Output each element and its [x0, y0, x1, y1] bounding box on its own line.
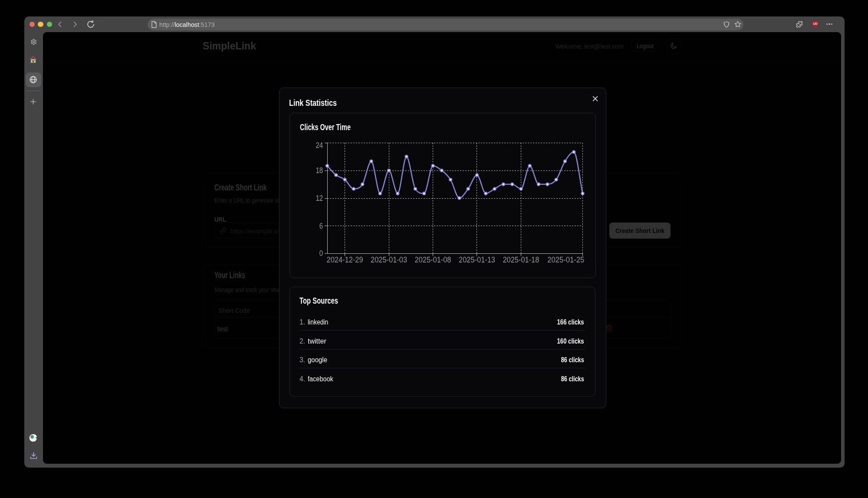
svg-text:2024-12-29: 2024-12-29	[327, 256, 363, 264]
svg-text:18: 18	[316, 166, 323, 175]
svg-text:2025-01-25: 2025-01-25	[547, 256, 584, 264]
svg-text:12: 12	[316, 194, 323, 203]
svg-text:2025-01-13: 2025-01-13	[459, 256, 495, 264]
svg-text:24: 24	[316, 141, 323, 150]
svg-text:2025-01-08: 2025-01-08	[415, 256, 451, 264]
svg-text:UD: UD	[813, 22, 817, 25]
svg-text:6: 6	[319, 222, 323, 230]
svg-text:2025-01-18: 2025-01-18	[503, 256, 539, 264]
svg-text:0: 0	[319, 249, 323, 258]
svg-text:2025-01-03: 2025-01-03	[371, 256, 407, 264]
